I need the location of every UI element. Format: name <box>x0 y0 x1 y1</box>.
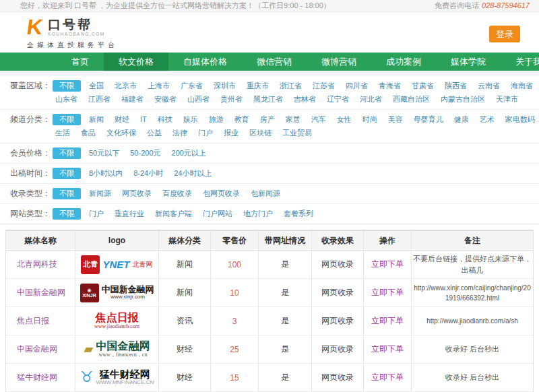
media-name-link[interactable]: 猛牛财经网 <box>17 372 57 383</box>
filter-option[interactable]: 河北省 <box>357 94 385 105</box>
filter-option[interactable]: 不限 <box>53 114 81 125</box>
filter-option[interactable]: 法律 <box>170 127 190 139</box>
filter-option[interactable]: 门户网站 <box>200 208 235 220</box>
order-now-button[interactable]: 立即下单 <box>371 344 404 355</box>
filter-option[interactable]: 重庆市 <box>244 80 272 92</box>
filter-option[interactable]: 50元以下 <box>86 148 122 159</box>
filter-option[interactable]: 百度收录 <box>160 188 195 199</box>
filter-option[interactable]: 云南省 <box>475 80 503 92</box>
filter-option[interactable]: 福建省 <box>119 94 146 105</box>
nav-item-1[interactable]: 首页 <box>57 53 104 71</box>
filter-option[interactable]: 艺术 <box>477 114 497 125</box>
media-name-link[interactable]: 焦点日报 <box>17 315 49 327</box>
filter-option[interactable]: 上海市 <box>145 80 172 92</box>
nav-item-3[interactable]: 自媒体价格 <box>168 53 242 71</box>
order-now-button[interactable]: 立即下单 <box>371 259 404 270</box>
filter-option[interactable]: 新闻客户端 <box>152 208 195 220</box>
nav-item-4[interactable]: 微信营销 <box>242 53 307 71</box>
filter-option[interactable]: 不限 <box>53 148 81 159</box>
login-button[interactable]: 登录 <box>489 26 520 42</box>
filter-option[interactable]: 汽车 <box>309 114 329 125</box>
filter-option[interactable]: 教育 <box>232 114 252 125</box>
filter-option[interactable]: 女性 <box>334 114 354 125</box>
filter-option[interactable]: 吉林省 <box>291 94 319 105</box>
filter-option[interactable]: 包网页收录 <box>200 188 243 199</box>
filter-option[interactable]: 生活 <box>53 127 73 139</box>
filter-option[interactable]: 不限 <box>53 188 81 199</box>
filter-option[interactable]: 四川省 <box>343 80 371 92</box>
nav-item-5[interactable]: 微博营销 <box>307 53 371 71</box>
media-name-link[interactable]: 中国金融网 <box>17 344 57 355</box>
filter-option[interactable]: 网页收录 <box>119 188 154 199</box>
filter-option[interactable]: 房产 <box>257 114 278 125</box>
nav-item-7[interactable]: 媒体学院 <box>436 53 501 71</box>
order-now-button[interactable]: 立即下单 <box>371 372 404 383</box>
filter-option[interactable]: 食品 <box>78 127 98 139</box>
nav-item-6[interactable]: 成功案例 <box>371 53 436 71</box>
filter-option[interactable]: 内蒙古自治区 <box>438 94 488 105</box>
filter-option[interactable]: 区块链 <box>247 127 274 139</box>
filter-option[interactable]: 家居 <box>283 114 303 125</box>
filter-option[interactable]: 陕西省 <box>442 80 470 92</box>
media-name-link[interactable]: 北青网科技 <box>17 259 57 270</box>
order-now-button[interactable]: 立即下单 <box>371 315 404 327</box>
filter-option[interactable]: 山东省 <box>53 94 80 105</box>
filter-option[interactable]: 新闻源 <box>86 188 114 199</box>
filter-option[interactable]: 北京市 <box>112 80 139 92</box>
filter-option[interactable]: 旅游 <box>206 114 226 125</box>
filter-option[interactable]: 公益 <box>144 127 164 139</box>
filter-option[interactable]: 新闻 <box>86 114 106 125</box>
filter-option[interactable]: 安徽省 <box>152 94 179 105</box>
filter-option[interactable]: 不限 <box>53 168 81 179</box>
filter-option[interactable]: 天津市 <box>493 94 521 105</box>
filter-option[interactable]: 文化环保 <box>104 127 139 139</box>
filter-option[interactable]: 广东省 <box>178 80 205 92</box>
media-name-link[interactable]: 中国新金融网 <box>17 287 65 298</box>
filter-option[interactable]: 江西省 <box>86 94 113 105</box>
filter-option[interactable]: 200元以上 <box>169 148 209 159</box>
filter-option[interactable]: 辽宁省 <box>324 94 352 105</box>
filter-option[interactable]: 娱乐 <box>181 114 201 125</box>
filter-option[interactable]: 时尚 <box>360 114 380 125</box>
filter-option[interactable]: 美容 <box>385 114 406 125</box>
filter-option[interactable]: 不限 <box>53 208 81 220</box>
xinjr-logo-text: 中国新金融网www.xinjr.com <box>102 285 154 300</box>
filter-option[interactable]: 甘肃省 <box>409 80 437 92</box>
filter-option[interactable]: 贵州省 <box>218 94 245 105</box>
filter-option[interactable]: 西藏自治区 <box>390 94 433 105</box>
filter-option[interactable]: 江苏省 <box>310 80 338 92</box>
filter-option[interactable]: 科技 <box>155 114 175 125</box>
filter-option[interactable]: 母婴育儿 <box>411 114 446 125</box>
filter-option[interactable]: 财经 <box>112 114 132 125</box>
filter-option[interactable]: 50-200元 <box>127 148 163 159</box>
table-row: 北青网科技北青YNET北青网新闻100是网页收录立即下单不要后台链接，提供好点来… <box>6 251 533 279</box>
filter-option[interactable]: 不限 <box>53 80 81 92</box>
filter-option[interactable]: 套餐系列 <box>281 208 316 220</box>
filter-option[interactable]: 8小时以内 <box>86 168 125 179</box>
filter-option[interactable]: 24小时以上 <box>171 168 214 179</box>
filter-option[interactable]: 报业 <box>221 127 241 139</box>
filter-option[interactable]: 全国 <box>86 80 106 92</box>
filter-option[interactable]: 黑龙江省 <box>251 94 286 105</box>
filter-option[interactable]: 门户 <box>86 208 106 220</box>
financecn-logo-icon: ▰ <box>84 343 94 355</box>
filter-option[interactable]: 垂直行业 <box>112 208 147 220</box>
filter-option[interactable]: 青海省 <box>376 80 404 92</box>
nav-item-8[interactable]: 关于我们 <box>501 53 539 71</box>
filter-option[interactable]: 工业贸易 <box>280 127 315 139</box>
filter-option[interactable]: 8-24小时 <box>131 168 166 179</box>
filter-option[interactable]: 地方门户 <box>241 208 276 220</box>
order-now-button[interactable]: 立即下单 <box>371 287 404 298</box>
filter-option[interactable]: 海南省 <box>508 80 536 92</box>
filter-option[interactable]: 门户 <box>195 127 216 139</box>
remark-cell: 收录好 后台秒出 <box>412 364 533 391</box>
filter-option[interactable]: 浙江省 <box>277 80 305 92</box>
nav-item-2[interactable]: 软文价格 <box>104 53 168 71</box>
filter-option[interactable]: 健康 <box>451 114 472 125</box>
site-logo[interactable]: K 口号帮 KOUHAOBANG.COM 全媒体直投服务平台 <box>27 16 155 50</box>
filter-option[interactable]: 深圳市 <box>211 80 239 92</box>
filter-option[interactable]: 家电数码 <box>503 114 538 125</box>
filter-option[interactable]: 山西省 <box>185 94 212 105</box>
filter-option[interactable]: IT <box>137 114 150 125</box>
filter-option[interactable]: 包新闻源 <box>248 188 283 199</box>
